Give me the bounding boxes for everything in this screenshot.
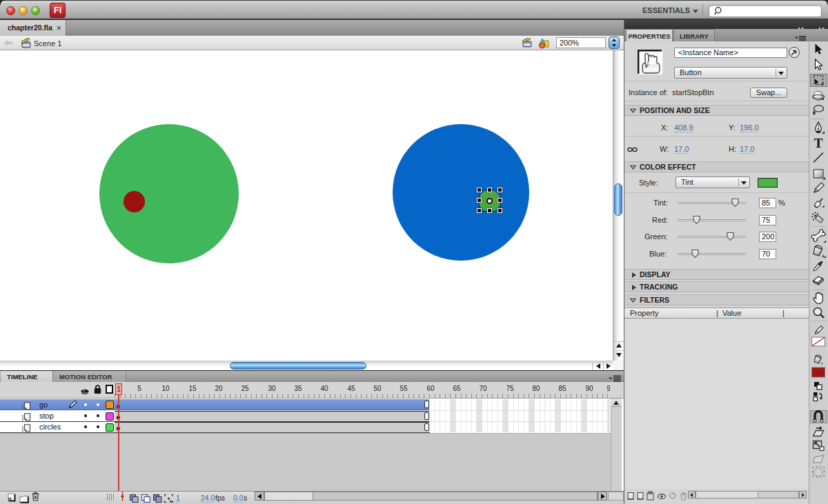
svg-text:T: T bbox=[814, 136, 823, 150]
